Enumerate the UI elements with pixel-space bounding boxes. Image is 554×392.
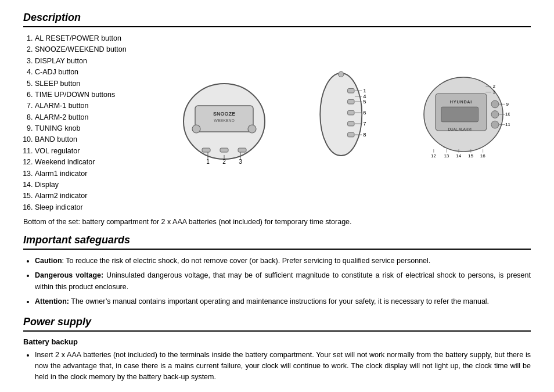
list-item-6: TIME UP/DOWN buttons [35,89,151,100]
svg-point-4 [192,125,200,133]
svg-text:2: 2 [222,159,226,165]
safeguard-label-3: Attention: [35,297,69,305]
list-item-2: SNOOZE/WEEKEND button [35,44,151,55]
svg-point-15 [320,73,362,156]
list-item-16: Sleep indicator [35,202,151,213]
svg-rect-17 [348,99,354,104]
svg-text:1: 1 [206,159,210,165]
svg-text:13: 13 [444,153,449,159]
description-title: Description [23,12,531,27]
numbered-list: AL RESET/POWER buttonSNOOZE/WEEKEND butt… [23,33,151,213]
svg-point-5 [248,125,256,133]
safeguard-label-1: Caution [35,257,62,265]
svg-rect-37 [441,107,479,122]
safeguards-list: Caution: To reduce the risk of electric … [23,256,531,308]
power-title: Power supply [23,316,531,332]
svg-text:6: 6 [363,109,366,116]
svg-text:HYUNDAI: HYUNDAI [450,99,472,105]
svg-rect-19 [348,121,354,126]
svg-text:5: 5 [363,98,366,105]
diagrams-area: SNOOZE WEEKEND 1 2 3 [157,33,531,167]
list-item-5: SLEEP button [35,78,151,89]
svg-point-41 [491,121,499,128]
svg-point-39 [491,100,499,108]
svg-rect-18 [348,110,354,115]
battery-backup-title: Battery backup [23,337,531,346]
clock-front-diagram: SNOOZE WEEKEND 1 2 3 [178,74,271,167]
bottom-note: Bottom of the set: battery compartment f… [23,218,531,226]
safeguard-text-1: : To reduce the risk of electric shock, … [62,257,431,265]
safeguard-label-2: Dangerous voltage: [35,271,103,279]
description-section: Description AL RESET/POWER buttonSNOOZE/… [23,12,531,226]
svg-rect-14 [238,148,246,152]
list-item-4: C-ADJ button [35,67,151,78]
svg-text:15: 15 [468,153,473,159]
svg-text:WEEKEND: WEEKEND [214,118,234,123]
svg-text:14: 14 [456,153,462,159]
description-content: AL RESET/POWER buttonSNOOZE/WEEKEND butt… [23,33,531,213]
svg-point-33 [339,71,344,77]
clock-back-diagram: HYUNDAI DUAL ALARM 2 3 9 [417,62,510,167]
list-item-10: BAND button [35,134,151,145]
svg-text:11: 11 [505,122,510,127]
svg-text:2: 2 [493,84,496,89]
svg-text:7: 7 [363,120,366,127]
svg-rect-16 [348,88,354,93]
svg-point-40 [491,111,499,118]
list-item-3: DISPLAY button [35,56,151,67]
list-item-11: VOL regulator [35,146,151,157]
svg-text:10: 10 [505,112,510,117]
power-list: Insert 2 x AAA batteries (not included) … [23,350,531,383]
safeguard-item-1: Caution: To reduce the risk of electric … [35,256,531,267]
svg-text:12: 12 [431,153,436,159]
safeguard-item-2: Dangerous voltage: Uninsulated dangerous… [35,270,531,293]
list-item-9: TUNING knob [35,123,151,134]
power-list-item: Insert 2 x AAA batteries (not included) … [35,350,531,383]
svg-text:SNOOZE: SNOOZE [213,111,235,117]
svg-text:3: 3 [239,159,242,165]
svg-text:8: 8 [363,131,366,138]
svg-text:16: 16 [480,153,485,159]
safeguard-text-2: Uninsulated dangerous voltage, that may … [35,271,531,290]
svg-text:DUAL ALARM: DUAL ALARM [448,127,472,131]
list-item-8: ALARM-2 button [35,112,151,123]
safeguards-title: Important safeguards [23,234,531,250]
svg-rect-12 [202,148,210,152]
safeguard-item-3: Attention: The owner’s manual contains i… [35,296,531,307]
clock-side-diagram: 1 4 5 6 7 8 [312,62,376,167]
list-item-12: Weekend indicator [35,157,151,168]
list-item-13: Alarm1 indicator [35,168,151,179]
svg-text:3: 3 [493,89,496,95]
battery-backup-text: Insert 2 x AAA batteries (not included) … [35,351,531,382]
svg-text:9: 9 [506,102,509,107]
list-item-1: AL RESET/POWER button [35,33,151,44]
list-item-7: ALARM-1 button [35,100,151,112]
items-list: AL RESET/POWER buttonSNOOZE/WEEKEND butt… [23,33,151,213]
svg-rect-20 [348,132,354,137]
safeguards-section: Important safeguards Caution: To reduce … [23,234,531,308]
list-item-14: Display [35,179,151,190]
svg-rect-13 [220,148,228,152]
list-item-15: Alarm2 indicator [35,190,151,202]
power-section: Power supply Battery backup Insert 2 x A… [23,316,531,383]
safeguard-text-3: The owner’s manual contains important op… [69,297,489,305]
